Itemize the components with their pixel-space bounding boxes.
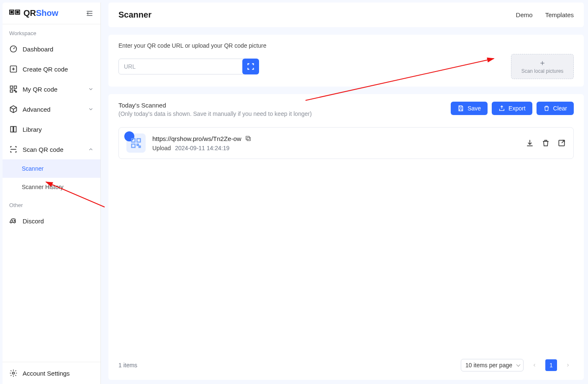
page-number[interactable]: 1	[545, 359, 557, 371]
delete-icon[interactable]	[542, 139, 550, 147]
book-icon	[9, 125, 18, 133]
svg-rect-15	[15, 91, 17, 92]
nav-label: Advanced	[23, 106, 51, 113]
next-page-button[interactable]	[562, 359, 574, 371]
trash-icon	[543, 105, 550, 112]
gauge-icon	[9, 45, 18, 53]
nav-label: Create QR code	[23, 66, 68, 73]
topbar: Scanner Demo Templates	[108, 3, 584, 27]
svg-point-19	[13, 372, 15, 374]
input-panel: Enter your QR code URL or upload your QR…	[108, 35, 584, 87]
section-workspace: Workspace	[3, 24, 100, 39]
logo-prefix: QR	[23, 8, 36, 18]
cube-icon	[9, 105, 18, 113]
logo[interactable]: QRShow	[9, 8, 58, 18]
button-label: Clear	[553, 105, 567, 112]
nav-my-qr[interactable]: My QR code	[3, 79, 100, 99]
link-templates[interactable]: Templates	[545, 11, 574, 18]
svg-rect-24	[139, 146, 141, 148]
svg-rect-22	[132, 144, 135, 147]
chevron-up-icon	[88, 146, 94, 152]
sidebar: QRShow Workspace Dashboard Create QR cod…	[3, 3, 101, 384]
nav-label: Library	[23, 126, 42, 133]
nav-label: Dashboard	[23, 46, 53, 53]
collapse-sidebar-button[interactable]	[85, 9, 94, 18]
nav-create-qr[interactable]: Create QR code	[3, 59, 100, 79]
qr-icon	[9, 85, 18, 93]
export-button[interactable]: Export	[492, 102, 532, 115]
open-external-icon[interactable]	[557, 139, 566, 147]
discord-icon	[9, 217, 18, 225]
clear-button[interactable]: Clear	[537, 102, 574, 115]
nav-advanced[interactable]: Advanced	[3, 99, 100, 119]
save-button[interactable]: Save	[451, 102, 488, 115]
nav-discord[interactable]: Discord	[3, 211, 100, 231]
subnav-scanner-history[interactable]: Scanner History	[3, 178, 100, 196]
scanned-panel: Today's Scanned (Only today's data is sh…	[108, 94, 584, 380]
scanned-item: https://qrshow.pro/ws/Tn2Ze-ow Upload 20…	[118, 127, 574, 159]
svg-point-17	[12, 220, 13, 221]
qr-thumbnail	[126, 133, 146, 153]
svg-rect-13	[10, 90, 13, 92]
upload-local-button[interactable]: ＋ Scan local pictures	[511, 54, 574, 79]
list-subtitle: (Only today's data is shown. Save it man…	[118, 110, 312, 117]
svg-rect-26	[246, 136, 249, 140]
item-url: https://qrshow.pro/ws/Tn2Ze-ow	[152, 135, 241, 142]
chevron-down-icon	[88, 86, 94, 92]
page-title: Scanner	[118, 10, 151, 20]
svg-rect-1	[11, 11, 13, 13]
list-title: Today's Scanned	[118, 102, 312, 109]
plus-square-icon	[9, 65, 18, 73]
svg-rect-23	[137, 144, 139, 146]
button-label: Save	[467, 105, 481, 112]
copy-icon[interactable]	[245, 135, 252, 142]
main: Scanner Demo Templates Enter your QR cod…	[101, 0, 588, 384]
svg-rect-14	[14, 90, 15, 91]
qr-icon	[130, 137, 142, 149]
logo-icon	[9, 10, 21, 17]
save-icon	[457, 105, 464, 112]
subnav-label: Scanner History	[22, 184, 64, 190]
per-page-label: 10 items per page	[465, 362, 512, 369]
upload-label: Scan local pictures	[521, 68, 564, 74]
item-source: Upload	[152, 145, 171, 151]
nav-account-settings[interactable]: Account Settings	[3, 362, 100, 384]
nav-label: Discord	[23, 218, 44, 225]
nav-scan-qr[interactable]: Scan QR code	[3, 139, 100, 159]
plus-icon: ＋	[539, 59, 546, 67]
svg-rect-11	[10, 86, 13, 89]
per-page-select[interactable]: 10 items per page	[461, 359, 524, 371]
url-input[interactable]	[118, 59, 244, 74]
export-icon	[498, 105, 505, 112]
nav-library[interactable]: Library	[3, 119, 100, 139]
svg-point-18	[14, 220, 15, 221]
svg-rect-3	[17, 11, 18, 13]
prev-page-button[interactable]	[529, 359, 540, 371]
svg-rect-12	[14, 86, 17, 89]
gear-icon	[9, 369, 18, 377]
link-demo[interactable]: Demo	[516, 11, 533, 18]
svg-rect-20	[132, 139, 135, 142]
scan-url-button[interactable]	[242, 59, 259, 74]
item-time: 2024-09-11 14:24:19	[175, 145, 229, 151]
svg-rect-25	[247, 137, 250, 141]
input-hint: Enter your QR code URL or upload your QR…	[118, 42, 574, 49]
logo-suffix: Show	[36, 8, 58, 18]
scan-frame-icon	[246, 62, 255, 71]
nav-dashboard[interactable]: Dashboard	[3, 39, 100, 59]
scan-icon	[9, 145, 18, 154]
download-icon[interactable]	[526, 139, 534, 147]
subnav-label: Scanner	[22, 165, 44, 172]
section-other: Other	[3, 196, 100, 211]
svg-rect-21	[137, 139, 140, 142]
subnav-scanner[interactable]: Scanner	[3, 159, 100, 178]
chevron-down-icon	[88, 106, 94, 112]
item-count: 1 items	[118, 362, 137, 369]
nav-label: Scan QR code	[23, 146, 64, 153]
nav-label: My QR code	[23, 86, 57, 93]
button-label: Export	[508, 105, 525, 112]
nav-label: Account Settings	[23, 370, 70, 377]
